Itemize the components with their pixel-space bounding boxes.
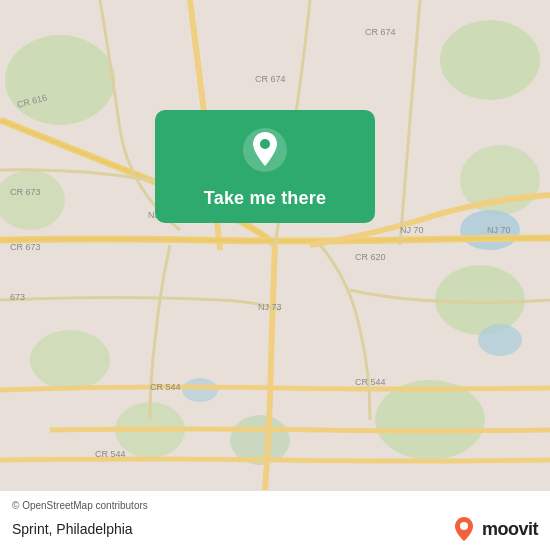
- map-container: CR 616 CR 674 CR 674 CR 673 CR 673 673 N…: [0, 0, 550, 490]
- bottom-bar: © OpenStreetMap contributors Sprint, Phi…: [0, 490, 550, 550]
- svg-text:CR 544: CR 544: [150, 382, 181, 392]
- svg-text:CR 620: CR 620: [355, 252, 386, 262]
- svg-point-6: [30, 330, 110, 390]
- svg-point-29: [260, 139, 270, 149]
- moovit-pin-icon: [450, 515, 478, 543]
- svg-point-2: [440, 20, 540, 100]
- map-background: CR 616 CR 674 CR 674 CR 673 CR 673 673 N…: [0, 0, 550, 490]
- map-attribution: © OpenStreetMap contributors: [12, 500, 538, 511]
- svg-text:CR 673: CR 673: [10, 242, 41, 252]
- location-label: Sprint, Philadelphia: [12, 521, 133, 537]
- svg-text:CR 544: CR 544: [355, 377, 386, 387]
- svg-point-30: [460, 522, 468, 530]
- svg-text:NJ 73: NJ 73: [258, 302, 282, 312]
- svg-text:CR 674: CR 674: [255, 74, 286, 84]
- take-me-there-button[interactable]: Take me there: [204, 188, 326, 209]
- location-card[interactable]: Take me there: [155, 110, 375, 223]
- svg-text:CR 673: CR 673: [10, 187, 41, 197]
- svg-point-11: [478, 324, 522, 356]
- bottom-row: Sprint, Philadelphia moovit: [12, 515, 538, 543]
- moovit-logo: moovit: [450, 515, 538, 543]
- svg-point-12: [182, 378, 218, 402]
- moovit-brand-text: moovit: [482, 519, 538, 540]
- svg-text:673: 673: [10, 292, 25, 302]
- svg-text:CR 544: CR 544: [95, 449, 126, 459]
- svg-point-1: [5, 35, 115, 125]
- svg-point-7: [375, 380, 485, 460]
- map-pin-icon: [241, 126, 289, 178]
- svg-text:CR 674: CR 674: [365, 27, 396, 37]
- svg-text:NJ 70: NJ 70: [487, 225, 511, 235]
- svg-text:NJ 70: NJ 70: [400, 225, 424, 235]
- svg-point-5: [435, 265, 525, 335]
